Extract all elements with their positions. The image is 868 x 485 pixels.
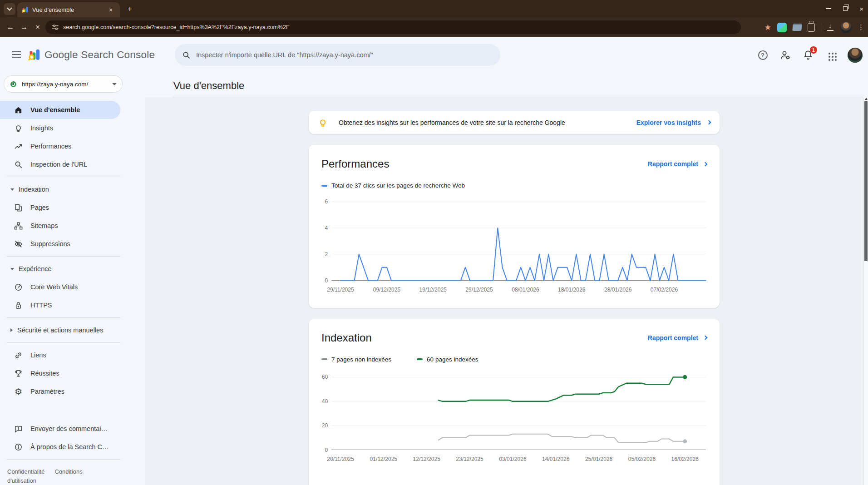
new-tab-button[interactable]: + — [125, 5, 134, 14]
svg-text:19/12/2025: 19/12/2025 — [419, 287, 447, 293]
sidebar-item-insights[interactable]: Insights — [0, 119, 145, 137]
svg-text:25/01/2026: 25/01/2026 — [585, 456, 613, 462]
sidebar-item-links[interactable]: Liens — [0, 346, 145, 364]
search-icon — [182, 51, 191, 59]
performances-chart[interactable]: 024629/11/202509/12/202519/12/202529/12/… — [320, 192, 709, 302]
extension-icon-2[interactable] — [792, 24, 802, 31]
svg-text:28/01/2026: 28/01/2026 — [604, 287, 632, 293]
sidebar-item-label: Paramètres — [30, 388, 64, 395]
sidebar-item-label: Liens — [30, 351, 46, 359]
indexation-chart[interactable]: 020406020/11/202501/12/202512/12/202523/… — [320, 366, 709, 471]
product-title-suffix: Search Console — [78, 49, 155, 60]
svg-text:07/02/2026: 07/02/2026 — [651, 287, 678, 293]
tab-search-chevron-button[interactable] — [4, 3, 15, 15]
sidebar-item-about[interactable]: À propos de la Search C… — [0, 438, 145, 456]
svg-text:14/01/2026: 14/01/2026 — [542, 456, 570, 462]
browser-menu-icon[interactable]: ⋮ — [858, 23, 864, 31]
property-selector[interactable]: https://zaya.y-naya.com/ — [4, 75, 123, 93]
sidebar-item-https[interactable]: HTTPS — [0, 296, 145, 314]
eye-off-icon — [14, 239, 23, 249]
sidebar-item-label: HTTPS — [30, 302, 52, 309]
sidebar-item-label: Insights — [30, 124, 53, 132]
vertical-scrollbar[interactable] — [863, 97, 868, 485]
window-close-button[interactable]: × — [859, 5, 863, 13]
sidebar-item-removals[interactable]: Suppressions — [0, 235, 145, 253]
chevron-down-icon — [7, 5, 12, 10]
sidebar-item-url-inspection[interactable]: Inspection de l'URL — [0, 155, 145, 173]
account-avatar[interactable] — [848, 48, 863, 63]
sidebar-section-indexation[interactable]: Indexation — [0, 180, 145, 198]
bookmark-star-icon[interactable]: ★ — [764, 23, 771, 32]
sidebar-item-performances[interactable]: Performances — [0, 137, 145, 155]
toolbar-divider — [821, 23, 821, 31]
product-title-google: Google — [44, 49, 78, 60]
performances-full-report-link[interactable]: Rapport complet — [648, 160, 707, 168]
sidebar-item-pages[interactable]: Pages — [0, 198, 145, 217]
sidebar-item-sitemaps[interactable]: Sitemaps — [0, 217, 145, 235]
svg-text:03/01/2026: 03/01/2026 — [499, 456, 527, 462]
site-favicon — [9, 79, 18, 89]
sidebar-section-security[interactable]: Sécurité et actions manuelles — [0, 321, 145, 339]
chevron-right-icon — [10, 328, 13, 332]
notifications-button[interactable]: 1 — [802, 49, 814, 61]
sidebar-item-label: À propos de la Search C… — [30, 443, 108, 450]
extensions-menu-icon[interactable] — [808, 23, 815, 32]
sidebar-item-feedback[interactable]: Envoyer des commentai… — [0, 420, 145, 438]
indexation-full-report-link[interactable]: Rapport complet — [648, 334, 707, 341]
url-inspection-searchbox[interactable] — [175, 44, 500, 66]
sidebar-item-core-web-vitals[interactable]: Core Web Vitals — [0, 278, 145, 296]
scroll-up-arrow-icon[interactable] — [865, 98, 868, 100]
svg-text:0: 0 — [325, 277, 328, 284]
hamburger-menu-icon[interactable] — [12, 51, 21, 52]
stop-loading-button[interactable]: × — [31, 23, 44, 32]
insights-banner: Obtenez des insights sur les performance… — [309, 111, 720, 134]
svg-text:2: 2 — [325, 251, 328, 257]
sidebar-section-label: Expérience — [19, 265, 52, 272]
not-indexed-legend: 7 pages non indexées — [321, 356, 391, 363]
url-text[interactable]: search.google.com/search-console?resourc… — [63, 24, 290, 30]
extension-icon-1[interactable] — [777, 23, 787, 32]
svg-text:01/12/2025: 01/12/2025 — [370, 456, 398, 462]
downloads-icon[interactable] — [827, 24, 834, 31]
sidebar-item-label: Inspection de l'URL — [30, 161, 87, 168]
site-settings-icon[interactable] — [52, 24, 59, 31]
apps-grid-icon — [829, 53, 830, 54]
browser-tab-strip: Vue d'ensemble × + × — [0, 0, 868, 17]
search-console-logo[interactable] — [28, 49, 41, 63]
window-restore-button[interactable] — [843, 6, 848, 11]
link-icon — [14, 351, 23, 360]
svg-text:60: 60 — [322, 374, 328, 380]
sidebar-section-experience[interactable]: Expérience — [0, 260, 145, 278]
performances-title: Performances — [321, 158, 389, 170]
pages-icon — [14, 203, 23, 213]
sidebar-divider — [7, 459, 120, 460]
gear-icon: ⚙ — [14, 387, 23, 396]
google-apps-button[interactable] — [825, 49, 837, 61]
svg-text:20/11/2025: 20/11/2025 — [327, 456, 354, 462]
sidebar-item-label: Sitemaps — [30, 222, 58, 229]
help-button[interactable]: ? — [757, 49, 769, 61]
sidebar-item-settings[interactable]: ⚙ Paramètres — [0, 382, 145, 401]
window-minimize-button[interactable] — [826, 8, 831, 9]
url-bar[interactable]: search.google.com/search-console?resourc… — [45, 20, 741, 34]
scrollbar-thumb[interactable] — [864, 101, 868, 261]
forward-button[interactable]: → — [17, 23, 31, 32]
explore-insights-link[interactable]: Explorer vos insights — [636, 119, 710, 126]
sidebar-divider — [7, 177, 120, 177]
app-header: Google Search Console ? 1 — [0, 37, 868, 73]
sidebar-item-overview[interactable]: Vue d'ensemble — [0, 101, 120, 119]
sidebar-item-label: Vue d'ensemble — [30, 106, 80, 114]
tab-close-icon[interactable]: × — [106, 5, 115, 15]
performances-card: Performances Rapport complet Total de 37… — [309, 145, 720, 308]
sidebar-item-achievements[interactable]: Réussites — [0, 364, 145, 382]
user-settings-button[interactable] — [779, 49, 791, 61]
insights-banner-text: Obtenez des insights sur les performance… — [339, 119, 626, 126]
legend-dash-green — [417, 358, 423, 360]
privacy-link[interactable]: Confidentialité — [7, 468, 44, 475]
search-input[interactable] — [196, 51, 493, 59]
browser-tab-active[interactable]: Vue d'ensemble × — [17, 2, 120, 17]
browser-profile-avatar[interactable] — [840, 22, 852, 33]
back-button[interactable]: ← — [4, 23, 17, 32]
chevron-right-icon — [703, 162, 708, 166]
home-icon — [14, 105, 23, 115]
